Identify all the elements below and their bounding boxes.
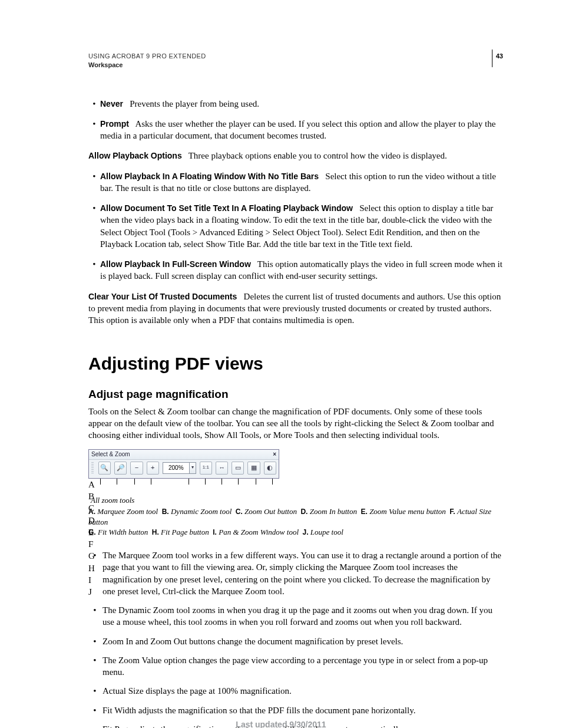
heading-adjust-page-magnification: Adjust page magnification (88, 387, 503, 402)
bullet-icon (88, 685, 101, 697)
clear-trusted: Clear Your List Of Trusted Documents Del… (88, 291, 503, 327)
pan-zoom-window-tool[interactable]: ▦ (247, 462, 260, 475)
dropdown-icon[interactable]: ▾ (190, 462, 196, 474)
bullet-float: Allow Playback In A Floating Window With… (88, 170, 503, 195)
clear-label: Clear Your List Of Trusted Documents (88, 292, 237, 301)
dynamic-zoom-tool[interactable]: 🔎 (114, 462, 127, 475)
toolbar-label-row: A B C D E F G H I J (88, 479, 278, 493)
list-item: Fit Width adjusts the magnification so t… (88, 704, 503, 716)
page-number-block: 43 (492, 50, 503, 67)
intro-paragraph: Tools on the Select & Zoom toolbar can c… (88, 406, 503, 442)
list-item: Zoom In and Zoom Out buttons change the … (88, 635, 503, 647)
apo-label: Allow Playback Options (88, 151, 182, 160)
bullet-icon (88, 604, 101, 628)
actual-size-button[interactable]: 1:1 (200, 462, 212, 475)
fit-width-button[interactable]: ↔ (216, 462, 228, 475)
bullet-titletext: Allow Document To Set Title Text In A Fl… (88, 202, 503, 250)
bullet-icon (88, 118, 100, 142)
label-j: J (88, 586, 278, 598)
list-item: The Zoom Value option changes the page v… (88, 654, 503, 678)
titletext-label: Allow Document To Set Title Text In A Fl… (100, 203, 353, 213)
toolbar-titlebar: Select & Zoom × (89, 450, 279, 460)
bullet-icon (88, 202, 100, 250)
full-label: Allow Playback In Full-Screen Window (100, 259, 251, 269)
label-e: E (88, 526, 278, 538)
bullet-prompt: Prompt Asks the user whether the player … (88, 118, 503, 142)
bullet-icon (88, 654, 101, 678)
bullet-full: Allow Playback In Full-Screen Window Thi… (88, 258, 503, 282)
page: USING ACROBAT 9 PRO EXTENDED Workspace 4… (0, 0, 562, 728)
page-number: 43 (496, 52, 503, 60)
allow-playback-options: Allow Playback Options Three playback op… (88, 150, 503, 162)
never-label: Never (100, 99, 123, 108)
never-text: Prevents the player from being used. (130, 99, 259, 108)
apo-text: Three playback options enable you to con… (189, 151, 447, 160)
page-header: USING ACROBAT 9 PRO EXTENDED Workspace 4… (88, 52, 503, 70)
label-h: H (88, 562, 278, 574)
label-b: B (88, 490, 278, 502)
loupe-tool[interactable]: ◐ (264, 462, 276, 475)
zoom-in-button[interactable]: + (147, 462, 159, 475)
zoom-out-button[interactable]: − (130, 462, 143, 475)
list-item: The Dynamic Zoom tool zooms in when you … (88, 604, 503, 628)
header-subtitle: Workspace (88, 61, 503, 70)
label-d: D (88, 515, 278, 526)
label-i: I (88, 574, 278, 586)
label-f: F (88, 538, 278, 550)
heading-adjusting-pdf-views: Adjusting PDF views (88, 352, 503, 376)
toolbar-title-text: Select & Zoom (91, 450, 130, 459)
zoom-value-menu[interactable]: 200% ▾ (163, 462, 196, 474)
bullet-never: Never Prevents the player from being use… (88, 98, 503, 110)
zoom-toolbar-figure: Select & Zoom × 🔍 🔎 − + 200% ▾ 1:1 ↔ ▭ ▦… (88, 449, 503, 493)
label-g: G (88, 550, 278, 562)
toolbar-row: 🔍 🔎 − + 200% ▾ 1:1 ↔ ▭ ▦ ◐ (89, 460, 279, 478)
header-title: USING ACROBAT 9 PRO EXTENDED (88, 52, 503, 61)
fit-page-button[interactable]: ▭ (232, 462, 244, 475)
zoom-value-field[interactable]: 200% (163, 462, 190, 474)
bullet-icon (88, 635, 101, 647)
marquee-zoom-tool[interactable]: 🔍 (98, 462, 111, 475)
bullet-icon (88, 704, 101, 716)
close-icon[interactable]: × (273, 450, 276, 459)
toolbar-grip-icon[interactable] (91, 462, 94, 474)
label-c: C (88, 502, 278, 514)
list-item: Actual Size displays the page at 100% ma… (88, 685, 503, 697)
bullet-icon (88, 170, 100, 195)
bullet-icon (88, 98, 100, 110)
footer-updated: Last updated 9/30/2011 (0, 719, 562, 728)
select-zoom-toolbar: Select & Zoom × 🔍 🔎 − + 200% ▾ 1:1 ↔ ▭ ▦… (88, 449, 279, 479)
bullet-icon (88, 258, 100, 282)
prompt-text: Asks the user whether the player can be … (100, 119, 495, 140)
prompt-label: Prompt (100, 119, 129, 129)
float-label: Allow Playback In A Floating Window With… (100, 172, 319, 181)
